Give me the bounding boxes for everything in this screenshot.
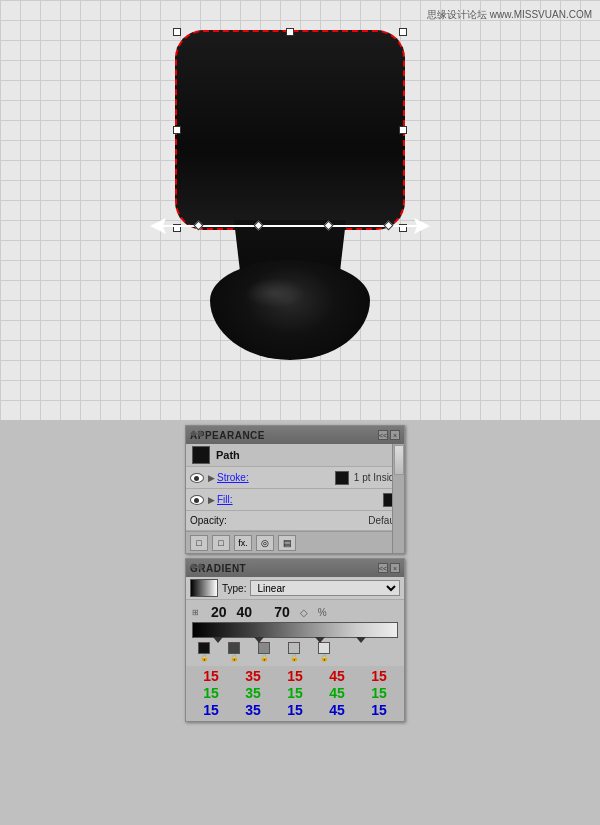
fill-expand-arrow[interactable]: ▶ — [208, 495, 215, 505]
canvas-area — [0, 0, 600, 420]
toolbar-btn-4[interactable]: ▤ — [278, 535, 296, 551]
gradient-collapse-btn[interactable]: << — [378, 563, 388, 573]
appearance-scrollbar[interactable] — [392, 444, 404, 553]
gradient-icon: ⊞ — [192, 608, 199, 617]
stroke-color-swatch[interactable] — [335, 471, 349, 485]
fill-link[interactable]: Fill: — [217, 494, 233, 505]
gradient-close-btn[interactable]: × — [390, 563, 400, 573]
appearance-close-btn[interactable]: × — [390, 430, 400, 440]
stroke-visibility-icon[interactable] — [190, 473, 204, 483]
selection-line — [155, 225, 425, 227]
g-val-4: 45 — [329, 685, 345, 701]
handle-tr[interactable] — [399, 28, 407, 36]
b-val-4: 45 — [329, 702, 345, 718]
lock-5: 🔒 — [320, 654, 329, 662]
resize-handle[interactable]: ◆◆ — [190, 428, 204, 438]
gradient-type-select[interactable]: Linear Radial — [250, 580, 400, 596]
fill-label: Fill: — [217, 494, 380, 505]
g-val-2: 35 — [245, 685, 261, 701]
color-row-red: 15 35 15 45 15 — [190, 668, 400, 684]
stop-1[interactable] — [213, 637, 223, 643]
gradient-preview[interactable] — [190, 579, 218, 597]
stop-swatch-1: 🔒 — [198, 642, 210, 662]
stop-swatch-4: 🔒 — [288, 642, 300, 662]
gradient-colors-section: 15 35 15 45 15 15 35 15 45 15 15 35 15 4… — [186, 666, 404, 721]
lock-2: 🔒 — [230, 654, 239, 662]
swatch-1[interactable] — [198, 642, 210, 654]
stroke-link[interactable]: Stroke: — [217, 472, 249, 483]
pct-40: 40 — [237, 604, 253, 620]
lock-4: 🔒 — [290, 654, 299, 662]
b-val-5: 15 — [371, 702, 387, 718]
fill-visibility-icon[interactable] — [190, 495, 204, 505]
stop-3[interactable] — [315, 637, 325, 643]
b-val-1: 15 — [203, 702, 219, 718]
path-label: Path — [216, 449, 240, 461]
g-val-3: 15 — [287, 685, 303, 701]
stroke-row: ▶ Stroke: 1 pt Inside — [186, 467, 404, 489]
pct-percent: % — [318, 607, 327, 618]
toolbar-btn-fx[interactable]: fx. — [234, 535, 252, 551]
shape-bulb — [210, 260, 370, 360]
appearance-panel-header: ◆◆ APPEARANCE << × — [186, 426, 404, 444]
r-val-4: 45 — [329, 668, 345, 684]
gradient-panel-header: ◆◆ GRADIENT << × — [186, 559, 404, 577]
watermark: 思缘设计论坛 www.MISSVUAN.COM — [427, 8, 592, 22]
appearance-path-row: Path — [186, 444, 404, 467]
appearance-collapse-btn[interactable]: << — [378, 430, 388, 440]
appearance-toolbar: □ □ fx. ◎ ▤ — [186, 531, 404, 553]
swatch-2[interactable] — [228, 642, 240, 654]
handle-tl[interactable] — [173, 28, 181, 36]
gradient-panel-controls: << × — [378, 563, 400, 573]
shape-bulb-highlight — [245, 278, 305, 308]
gradient-bar[interactable] — [192, 622, 398, 638]
gradient-bar-row: ⊞ 20 40 70 ◇ % 🔒 — [186, 600, 404, 666]
panel-controls: << × — [378, 430, 400, 440]
stop-4[interactable] — [356, 637, 366, 643]
b-val-3: 15 — [287, 702, 303, 718]
stop-2[interactable] — [254, 637, 264, 643]
stop-swatches: 🔒 🔒 🔒 🔒 — [198, 640, 330, 662]
stop-swatch-2: 🔒 — [228, 642, 240, 662]
handle-tm[interactable] — [286, 28, 294, 36]
stroke-label: Stroke: — [217, 472, 332, 483]
pct-symbol: ◇ — [300, 607, 308, 618]
toolbar-btn-2[interactable]: □ — [212, 535, 230, 551]
g-val-1: 15 — [203, 685, 219, 701]
stop-swatch-5: 🔒 — [318, 642, 330, 662]
gradient-type-row: Type: Linear Radial — [186, 577, 404, 600]
lock-1: 🔒 — [200, 654, 209, 662]
path-thumbnail — [192, 446, 210, 464]
swatch-3[interactable] — [258, 642, 270, 654]
fill-row: ▶ Fill: — [186, 489, 404, 511]
lock-3: 🔒 — [260, 654, 269, 662]
r-val-1: 15 — [203, 668, 219, 684]
b-val-2: 35 — [245, 702, 261, 718]
handle-mr[interactable] — [399, 126, 407, 134]
swatch-5[interactable] — [318, 642, 330, 654]
scrollbar-thumb[interactable] — [394, 445, 404, 475]
toolbar-btn-3[interactable]: ◎ — [256, 535, 274, 551]
gradient-panel: ◆◆ GRADIENT << × Type: Linear Radial ⊞ 2… — [185, 558, 405, 722]
panels-area: ◆◆ APPEARANCE << × Path ▶ Stroke: 1 pt I… — [0, 420, 600, 825]
shape-container — [155, 30, 425, 370]
gradient-stop-row: 🔒 🔒 🔒 🔒 — [192, 640, 398, 662]
pct-20: 20 — [211, 604, 227, 620]
color-row-green: 15 35 15 45 15 — [190, 685, 400, 701]
pct-70: 70 — [274, 604, 290, 620]
r-val-5: 15 — [371, 668, 387, 684]
gradient-resize-handle[interactable]: ◆◆ — [190, 561, 204, 571]
percentage-row: ⊞ 20 40 70 ◇ % — [192, 604, 398, 622]
r-val-3: 15 — [287, 668, 303, 684]
expand-arrow[interactable]: ▶ — [208, 473, 215, 483]
toolbar-btn-1[interactable]: □ — [190, 535, 208, 551]
g-val-5: 15 — [371, 685, 387, 701]
swatch-4[interactable] — [288, 642, 300, 654]
gradient-type-label: Type: — [222, 583, 246, 594]
color-row-blue: 15 35 15 45 15 — [190, 702, 400, 718]
opacity-label: Opacity: — [190, 515, 366, 526]
opacity-row: Opacity: Default — [186, 511, 404, 531]
shape-body[interactable] — [175, 30, 405, 230]
handle-ml[interactable] — [173, 126, 181, 134]
r-val-2: 35 — [245, 668, 261, 684]
